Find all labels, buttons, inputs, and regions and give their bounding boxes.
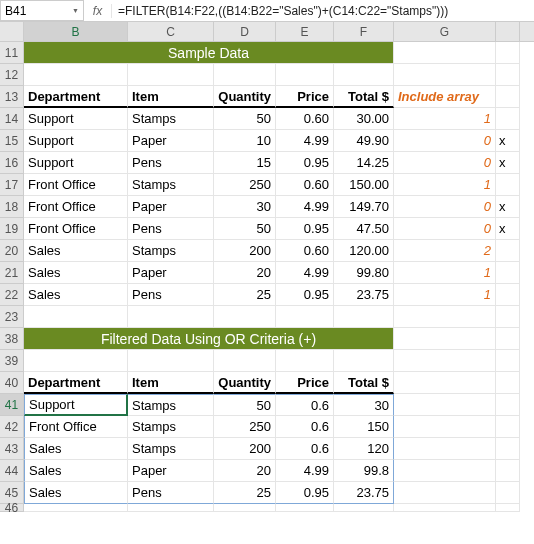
cell[interactable]: 0.6 bbox=[276, 416, 334, 438]
cell[interactable]: 4.99 bbox=[276, 460, 334, 482]
select-all-corner[interactable] bbox=[0, 22, 24, 41]
cell[interactable] bbox=[214, 350, 276, 372]
row-head[interactable]: 43 bbox=[0, 438, 24, 460]
cell[interactable]: 0.6 bbox=[276, 394, 334, 416]
include-array-value[interactable]: 2 bbox=[394, 240, 496, 262]
cell[interactable]: Front Office bbox=[24, 218, 128, 240]
cell[interactable]: Stamps bbox=[128, 394, 214, 416]
cell[interactable] bbox=[394, 504, 496, 512]
cell[interactable]: Paper bbox=[128, 262, 214, 284]
col-head-extra[interactable] bbox=[496, 22, 520, 41]
include-array-value[interactable]: 0 bbox=[394, 130, 496, 152]
include-array-value[interactable]: 0 bbox=[394, 196, 496, 218]
cell[interactable] bbox=[496, 416, 520, 438]
cell[interactable]: 0.95 bbox=[276, 482, 334, 504]
cell[interactable] bbox=[214, 306, 276, 328]
cell[interactable]: 99.80 bbox=[334, 262, 394, 284]
cell[interactable]: Sales bbox=[24, 262, 128, 284]
row-head[interactable]: 46 bbox=[0, 504, 24, 512]
cell[interactable]: Stamps bbox=[128, 240, 214, 262]
cell[interactable]: 4.99 bbox=[276, 262, 334, 284]
cell[interactable] bbox=[394, 42, 496, 64]
cell[interactable]: 0.95 bbox=[276, 284, 334, 306]
cell[interactable]: 4.99 bbox=[276, 130, 334, 152]
th-department[interactable]: Department bbox=[24, 86, 128, 108]
cell[interactable]: Paper bbox=[128, 196, 214, 218]
th-include-array[interactable]: Include array bbox=[394, 86, 496, 108]
include-array-value[interactable]: 1 bbox=[394, 108, 496, 130]
cell[interactable]: Stamps bbox=[128, 438, 214, 460]
cell[interactable]: 25 bbox=[214, 284, 276, 306]
cell[interactable]: x bbox=[496, 152, 520, 174]
cell[interactable] bbox=[496, 86, 520, 108]
cell[interactable] bbox=[496, 504, 520, 512]
cell[interactable]: 250 bbox=[214, 416, 276, 438]
cell[interactable] bbox=[128, 306, 214, 328]
formula-input[interactable]: =FILTER(B14:F22,((B14:B22="Sales")+(C14:… bbox=[112, 4, 534, 18]
include-array-value[interactable]: 0 bbox=[394, 152, 496, 174]
cell[interactable] bbox=[394, 460, 496, 482]
cell[interactable]: Paper bbox=[128, 460, 214, 482]
th-quantity[interactable]: Quantity bbox=[214, 86, 276, 108]
cell[interactable]: Support bbox=[24, 152, 128, 174]
cell[interactable] bbox=[24, 306, 128, 328]
cell[interactable] bbox=[496, 350, 520, 372]
cell[interactable] bbox=[334, 350, 394, 372]
cell[interactable] bbox=[214, 504, 276, 512]
cell[interactable]: 30 bbox=[334, 394, 394, 416]
cell[interactable]: Sales bbox=[24, 460, 128, 482]
col-head-G[interactable]: G bbox=[394, 22, 496, 41]
cell[interactable] bbox=[496, 306, 520, 328]
cell[interactable]: 250 bbox=[214, 174, 276, 196]
cell[interactable]: 25 bbox=[214, 482, 276, 504]
cell[interactable]: 49.90 bbox=[334, 130, 394, 152]
cell[interactable]: Front Office bbox=[24, 416, 128, 438]
cell[interactable]: 15 bbox=[214, 152, 276, 174]
cell[interactable] bbox=[496, 284, 520, 306]
cell[interactable] bbox=[128, 350, 214, 372]
row-head[interactable]: 44 bbox=[0, 460, 24, 482]
row-head[interactable]: 42 bbox=[0, 416, 24, 438]
cell[interactable]: Sales bbox=[24, 482, 128, 504]
include-array-value[interactable]: 1 bbox=[394, 262, 496, 284]
chevron-down-icon[interactable]: ▼ bbox=[72, 7, 79, 14]
cell[interactable] bbox=[214, 64, 276, 86]
cell[interactable]: Support bbox=[24, 108, 128, 130]
cell[interactable] bbox=[128, 64, 214, 86]
row-head[interactable]: 22 bbox=[0, 284, 24, 306]
cell[interactable] bbox=[128, 504, 214, 512]
cell[interactable] bbox=[276, 350, 334, 372]
cell[interactable]: 10 bbox=[214, 130, 276, 152]
cell[interactable]: Stamps bbox=[128, 174, 214, 196]
cell[interactable] bbox=[394, 328, 496, 350]
cell[interactable]: 120.00 bbox=[334, 240, 394, 262]
row-head[interactable]: 20 bbox=[0, 240, 24, 262]
cell[interactable] bbox=[334, 306, 394, 328]
col-head-F[interactable]: F bbox=[334, 22, 394, 41]
th-total[interactable]: Total $ bbox=[334, 372, 394, 394]
col-head-D[interactable]: D bbox=[214, 22, 276, 41]
cell[interactable]: 0.95 bbox=[276, 152, 334, 174]
cell[interactable]: 30.00 bbox=[334, 108, 394, 130]
row-head[interactable]: 21 bbox=[0, 262, 24, 284]
cell[interactable]: Pens bbox=[128, 218, 214, 240]
cell[interactable]: Front Office bbox=[24, 196, 128, 218]
cell[interactable]: Support bbox=[24, 130, 128, 152]
active-cell[interactable]: Support bbox=[24, 394, 128, 416]
cell[interactable] bbox=[496, 240, 520, 262]
name-box[interactable]: B41 ▼ bbox=[0, 0, 84, 21]
cell[interactable] bbox=[276, 306, 334, 328]
th-total[interactable]: Total $ bbox=[334, 86, 394, 108]
cell[interactable]: 23.75 bbox=[334, 284, 394, 306]
cell[interactable]: Paper bbox=[128, 130, 214, 152]
cell[interactable]: 14.25 bbox=[334, 152, 394, 174]
banner-filtered[interactable]: Filtered Data Using OR Criteria (+) bbox=[24, 328, 394, 350]
row-head[interactable]: 17 bbox=[0, 174, 24, 196]
cell[interactable] bbox=[394, 482, 496, 504]
cell[interactable]: Pens bbox=[128, 152, 214, 174]
th-price[interactable]: Price bbox=[276, 372, 334, 394]
row-head[interactable]: 38 bbox=[0, 328, 24, 350]
cell[interactable] bbox=[496, 394, 520, 416]
cell[interactable]: Pens bbox=[128, 482, 214, 504]
cell[interactable] bbox=[394, 416, 496, 438]
